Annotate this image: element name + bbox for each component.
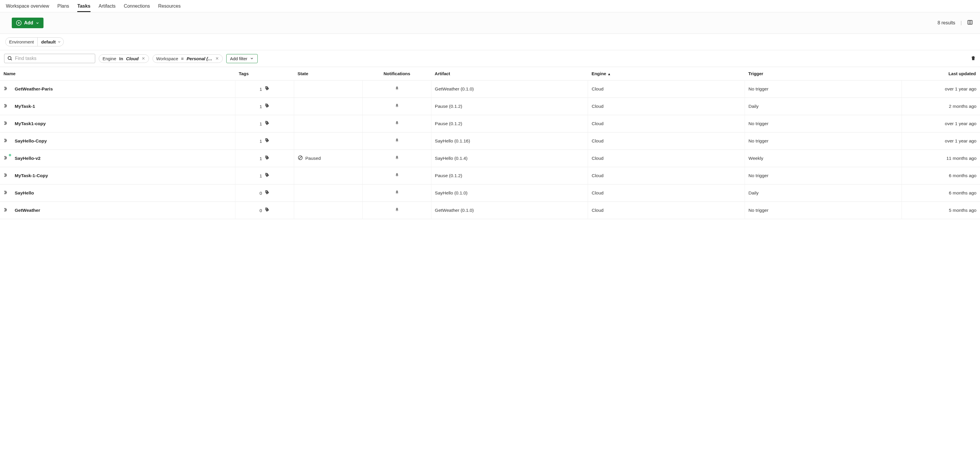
artifact-cell: GetWeather (0.1.0) [431, 202, 588, 219]
tags-cell[interactable]: 1 [239, 86, 290, 92]
updated-cell: 5 months ago [902, 202, 980, 219]
tags-count: 0 [259, 191, 262, 195]
sort-asc-icon: ▲ [608, 72, 611, 76]
updated-cell: over 1 year ago [902, 132, 980, 150]
table-row[interactable]: GetWeather-Paris1GetWeather (0.1.0)Cloud… [0, 81, 980, 98]
engine-cell: Cloud [588, 202, 745, 219]
col-header-state[interactable]: State [294, 67, 362, 81]
bell-icon[interactable] [395, 139, 399, 144]
close-icon[interactable]: ✕ [142, 56, 145, 61]
artifact-cell: SayHello (0.1.4) [431, 150, 588, 167]
col-header-tags[interactable]: Tags [235, 67, 294, 81]
table-row[interactable]: SayHello-v21PausedSayHello (0.1.4)CloudW… [0, 150, 980, 167]
col-header-artifact[interactable]: Artifact [431, 67, 588, 81]
tab-workspace-overview[interactable]: Workspace overview [6, 0, 49, 12]
table-row[interactable]: MyTask1-copy1Pause (0.1.2)CloudNo trigge… [0, 115, 980, 132]
add-button[interactable]: Add [12, 17, 43, 28]
bell-icon[interactable] [395, 173, 399, 178]
col-header-notifications[interactable]: Notifications [363, 67, 431, 81]
task-name: SayHello-v2 [15, 156, 41, 161]
table-row[interactable]: GetWeather0GetWeather (0.1.0)CloudNo tri… [0, 202, 980, 219]
col-header-name[interactable]: Name [0, 67, 235, 81]
add-filter-button[interactable]: Add filter [226, 54, 258, 63]
environment-bar: Environment default [0, 34, 980, 50]
tag-icon [264, 207, 270, 214]
updated-cell: 2 months ago [902, 98, 980, 115]
svg-point-6 [8, 56, 11, 60]
bell-icon[interactable] [395, 87, 399, 92]
trigger-cell: Weekly [745, 150, 902, 167]
search-input-wrap[interactable] [4, 54, 95, 63]
divider: | [961, 20, 962, 25]
chevron-down-icon [35, 21, 40, 25]
artifact-cell: Pause (0.1.2) [431, 115, 588, 132]
engine-cell: Cloud [588, 167, 745, 184]
col-header-trigger[interactable]: Trigger [745, 67, 902, 81]
tag-icon [264, 86, 270, 92]
tasks-table: Name Tags State Notifications Artifact E… [0, 67, 980, 219]
task-name: MyTask-1-Copy [15, 173, 48, 178]
task-icon [3, 207, 11, 213]
tags-cell[interactable]: 0 [239, 207, 290, 214]
updated-cell: over 1 year ago [902, 115, 980, 132]
search-input[interactable] [15, 56, 92, 61]
tab-connections[interactable]: Connections [124, 0, 150, 12]
task-icon [3, 156, 11, 161]
trigger-cell: No trigger [745, 202, 902, 219]
trigger-cell: No trigger [745, 81, 902, 98]
environment-value: default [41, 40, 56, 44]
task-name: GetWeather [15, 208, 40, 213]
filter-chip[interactable]: EngineInCloud✕ [99, 54, 149, 63]
state-cell: Paused [298, 155, 359, 162]
tags-cell[interactable]: 1 [239, 103, 290, 110]
filter-chip[interactable]: Workspace=Personal (…✕ [153, 54, 223, 63]
tags-cell[interactable]: 0 [239, 190, 290, 196]
chevron-down-icon [250, 56, 254, 60]
table-row[interactable]: SayHello0SayHello (0.1.0)CloudDaily6 mon… [0, 184, 980, 202]
tab-artifacts[interactable]: Artifacts [99, 0, 116, 12]
engine-cell: Cloud [588, 132, 745, 150]
bell-icon[interactable] [395, 208, 399, 213]
svg-point-12 [266, 157, 267, 157]
tag-icon [264, 138, 270, 144]
col-header-engine[interactable]: Engine▲ [588, 67, 745, 81]
table-row[interactable]: MyTask-11Pause (0.1.2)CloudDaily2 months… [0, 98, 980, 115]
paused-icon [298, 155, 303, 162]
state-text: Paused [305, 156, 321, 161]
trigger-cell: No trigger [745, 132, 902, 150]
toolbar: Add 8 results | [0, 12, 980, 34]
tags-cell[interactable]: 1 [239, 155, 290, 162]
artifact-cell: SayHello (0.1.16) [431, 132, 588, 150]
columns-button[interactable] [967, 19, 973, 27]
bell-icon[interactable] [395, 104, 399, 109]
col-header-updated[interactable]: Last updated [902, 67, 980, 81]
tags-cell[interactable]: 1 [239, 138, 290, 144]
task-icon [3, 103, 11, 109]
artifact-cell: GetWeather (0.1.0) [431, 81, 588, 98]
bell-icon[interactable] [395, 191, 399, 195]
table-row[interactable]: SayHello-Copy1SayHello (0.1.16)CloudNo t… [0, 132, 980, 150]
tags-cell[interactable]: 1 [239, 172, 290, 179]
task-name: MyTask-1 [15, 104, 35, 109]
tag-icon [264, 121, 270, 127]
svg-point-16 [266, 191, 267, 192]
tab-resources[interactable]: Resources [158, 0, 180, 12]
close-icon[interactable]: ✕ [215, 56, 219, 61]
search-icon [7, 56, 13, 61]
tags-cell[interactable]: 1 [239, 121, 290, 127]
tab-tasks[interactable]: Tasks [77, 0, 90, 12]
svg-line-14 [299, 157, 301, 159]
task-name: MyTask1-copy [15, 121, 46, 126]
table-row[interactable]: MyTask-1-Copy1Pause (0.1.2)CloudNo trigg… [0, 167, 980, 184]
updated-cell: 6 months ago [902, 167, 980, 184]
tag-icon [264, 103, 270, 110]
filter-op: In [119, 56, 123, 61]
trigger-cell: Daily [745, 184, 902, 202]
clear-filters-button[interactable] [970, 56, 976, 62]
task-icon [3, 173, 11, 179]
updated-cell: over 1 year ago [902, 81, 980, 98]
bell-icon[interactable] [395, 156, 399, 161]
bell-icon[interactable] [395, 121, 399, 126]
environment-selector[interactable]: Environment default [5, 37, 64, 46]
tab-plans[interactable]: Plans [57, 0, 69, 12]
